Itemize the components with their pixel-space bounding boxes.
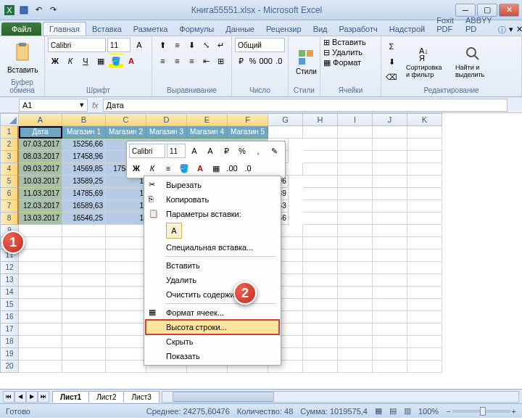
- cell[interactable]: [373, 139, 407, 151]
- cell[interactable]: 09.03.2017: [19, 163, 62, 176]
- col-header-I[interactable]: I: [338, 113, 373, 126]
- inc-decimal-icon[interactable]: .0: [273, 54, 285, 68]
- cell[interactable]: 1: [106, 213, 146, 225]
- mini-currency-icon[interactable]: ₽: [219, 144, 233, 158]
- align-center-icon[interactable]: ≡: [170, 54, 185, 68]
- cell[interactable]: [106, 262, 146, 274]
- ctx-копировать[interactable]: ⎘Копировать: [146, 192, 279, 207]
- fx-icon[interactable]: fx: [92, 101, 99, 110]
- cell-header[interactable]: Магазин 4: [187, 126, 228, 139]
- cell[interactable]: [338, 348, 373, 361]
- cell[interactable]: [338, 237, 373, 250]
- col-header-H[interactable]: H: [303, 113, 338, 126]
- col-header-B[interactable]: B: [62, 113, 106, 126]
- tab-formulas[interactable]: Формулы: [173, 22, 220, 36]
- cell[interactable]: [303, 361, 338, 373]
- cell[interactable]: [303, 287, 338, 299]
- cell[interactable]: [338, 311, 373, 324]
- insert-cells-button[interactable]: ⊞ Вставить: [323, 38, 378, 47]
- ctx-вставить[interactable]: Вставить: [146, 258, 279, 273]
- cell-header[interactable]: Магазин 5: [228, 126, 268, 139]
- cell[interactable]: [338, 126, 373, 139]
- redo-icon[interactable]: ↷: [46, 4, 59, 17]
- cell[interactable]: [303, 237, 338, 250]
- cell[interactable]: [19, 348, 62, 361]
- view-break-icon[interactable]: ▥: [404, 406, 411, 416]
- cell[interactable]: [19, 324, 62, 336]
- cell[interactable]: [407, 324, 442, 336]
- cell[interactable]: [106, 348, 146, 361]
- select-all-corner[interactable]: [0, 113, 19, 126]
- number-format-combo[interactable]: Общий: [235, 38, 285, 52]
- cell-header[interactable]: Магазин 1: [62, 126, 106, 139]
- mini-grow-font-icon[interactable]: A: [187, 144, 202, 158]
- tab-abbyy[interactable]: ABBYY PD: [460, 14, 498, 36]
- cell[interactable]: [407, 176, 442, 188]
- cell[interactable]: [62, 311, 106, 324]
- italic-icon[interactable]: К: [63, 54, 78, 68]
- name-box[interactable]: A1▾: [19, 99, 88, 112]
- cell[interactable]: [19, 287, 62, 299]
- tab-addins[interactable]: Надстрой: [384, 22, 431, 36]
- tab-developer[interactable]: Разработч: [334, 22, 384, 36]
- undo-icon[interactable]: ↶: [32, 4, 45, 17]
- cell[interactable]: [19, 361, 62, 373]
- tab-foxit[interactable]: Foxit PDF: [431, 14, 460, 36]
- tab-view[interactable]: Вид: [307, 22, 334, 36]
- sheet-nav-prev-icon[interactable]: ◀: [14, 391, 26, 403]
- row-header-19[interactable]: 19: [0, 348, 19, 361]
- col-header-K[interactable]: K: [407, 113, 442, 126]
- ctx-специальная-вставка---[interactable]: Специальная вставка...: [146, 240, 279, 255]
- cell[interactable]: [62, 336, 106, 348]
- row-header-2[interactable]: 2: [0, 139, 19, 151]
- mini-bold-icon[interactable]: Ж: [129, 161, 144, 176]
- mini-format-painter-icon[interactable]: ✎: [267, 144, 281, 158]
- row-header-12[interactable]: 12: [0, 262, 19, 274]
- cell[interactable]: [19, 311, 62, 324]
- cell[interactable]: [407, 139, 442, 151]
- zoom-level[interactable]: 100%: [418, 407, 439, 416]
- cell[interactable]: [19, 336, 62, 348]
- cell[interactable]: 14569,85: [62, 163, 106, 176]
- cell[interactable]: [338, 151, 373, 163]
- align-mid-icon[interactable]: ≡: [170, 38, 185, 52]
- cell[interactable]: [106, 311, 146, 324]
- grow-font-icon[interactable]: A: [132, 38, 146, 52]
- cell[interactable]: [338, 361, 373, 373]
- ctx-очистить-содержимое[interactable]: Очистить содержимое: [146, 287, 279, 302]
- cell[interactable]: [338, 163, 373, 176]
- mini-align-icon[interactable]: ≡: [161, 161, 175, 176]
- tab-layout[interactable]: Разметка: [128, 22, 174, 36]
- ctx-удалить[interactable]: Удалить: [146, 273, 279, 287]
- font-color-icon[interactable]: A: [124, 54, 138, 68]
- zoom-slider[interactable]: −+: [446, 407, 516, 416]
- cell[interactable]: [62, 348, 106, 361]
- sheet-nav-last-icon[interactable]: ⏭: [38, 391, 49, 403]
- mini-shrink-font-icon[interactable]: A: [203, 144, 218, 158]
- ctx-высота-строки---[interactable]: Высота строки...: [146, 320, 279, 334]
- cell[interactable]: [407, 151, 442, 163]
- fill-icon[interactable]: ⬇: [384, 54, 399, 69]
- col-header-A[interactable]: A: [19, 113, 62, 126]
- cell[interactable]: [373, 126, 407, 139]
- row-header-3[interactable]: 3: [0, 151, 19, 163]
- cell-header[interactable]: Магазин 2: [106, 126, 146, 139]
- cell[interactable]: [19, 237, 62, 250]
- row-header-13[interactable]: 13: [0, 274, 19, 287]
- cell[interactable]: [62, 250, 106, 262]
- sheet-tab-1[interactable]: Лист1: [52, 391, 89, 403]
- cell[interactable]: [106, 324, 146, 336]
- cell[interactable]: [303, 213, 338, 225]
- align-bot-icon[interactable]: ⬇: [185, 38, 199, 52]
- fill-color-icon[interactable]: 🪣: [109, 54, 123, 68]
- tab-insert[interactable]: Вставка: [86, 22, 128, 36]
- cell[interactable]: [19, 299, 62, 311]
- cell[interactable]: 1: [106, 200, 146, 213]
- col-header-C[interactable]: C: [106, 113, 146, 126]
- ctx-параметры-вставки-[interactable]: 📋Параметры вставки:: [146, 207, 279, 221]
- cell[interactable]: [303, 274, 338, 287]
- orientation-icon[interactable]: ⤡: [199, 38, 214, 52]
- cell[interactable]: [338, 225, 373, 237]
- cell[interactable]: [338, 176, 373, 188]
- cell[interactable]: 11.03.2017: [19, 188, 62, 200]
